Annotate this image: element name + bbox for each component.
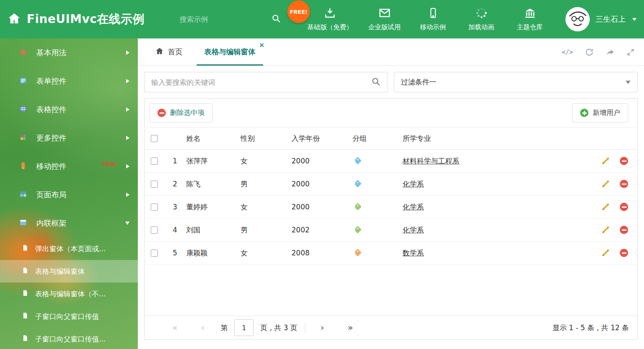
tab-home[interactable]: 首页	[145, 38, 193, 65]
source-code-icon[interactable]: </>	[562, 48, 573, 56]
brand[interactable]: FineUIMvc在线示例	[8, 0, 145, 38]
edit-icon[interactable]	[601, 226, 610, 234]
tab-toolbar: </>	[562, 38, 635, 66]
nav-item-enterprise-trial[interactable]: 企业版试用	[364, 0, 406, 38]
layout-icon	[19, 190, 27, 200]
search-icon[interactable]	[271, 13, 281, 25]
chevron-right-icon	[126, 51, 129, 55]
sidebar-item-form-controls[interactable]: 表单控件	[0, 67, 138, 95]
mobile-icon	[428, 7, 439, 19]
row-checkbox[interactable]	[151, 227, 158, 234]
submenu-item-label: 子窗口向父窗口传值	[35, 312, 99, 321]
nav-item-basic-edition[interactable]: 基础版（免费）	[303, 0, 357, 38]
search-icon[interactable]	[371, 76, 381, 88]
delete-row-icon[interactable]	[620, 249, 628, 257]
nav-item-label: 基础版（免费）	[307, 23, 353, 32]
major-link[interactable]: 数学系	[403, 249, 424, 257]
col-name: 姓名	[186, 134, 241, 143]
row-checkbox[interactable]	[151, 204, 158, 211]
blocks-icon	[19, 133, 27, 143]
cell-name: 康颖颖	[186, 248, 241, 258]
share-icon[interactable]	[606, 48, 615, 57]
cell-year: 2008	[292, 249, 352, 257]
nav-item-theme-repo[interactable]: 主题仓库	[509, 0, 551, 38]
sidebar-item-label: 移动控件	[36, 161, 99, 171]
col-year: 入学年份	[292, 134, 352, 143]
header-search	[180, 11, 265, 28]
nav-item-mobile-demo[interactable]: 移动示例	[412, 0, 454, 38]
cell-name: 董婷婷	[186, 202, 241, 212]
edit-icon[interactable]	[601, 249, 610, 257]
home-icon	[155, 47, 164, 57]
last-page-icon[interactable]: »	[336, 323, 365, 332]
sidebar-item-basic-usage[interactable]: 基本用法	[0, 38, 138, 67]
major-link[interactable]: 化学系	[403, 226, 424, 234]
sidebar-item-label: 更多控件	[36, 133, 117, 143]
corp-badge: Corp.	[102, 161, 117, 167]
user-menu[interactable]: 三生石上	[565, 0, 636, 38]
delete-selected-label: 删除选中项	[170, 108, 205, 117]
delete-row-icon[interactable]	[620, 180, 628, 188]
delete-row-icon[interactable]	[620, 157, 628, 165]
submenu-item-child-to-parent-2[interactable]: 子窗口向父窗口传值...	[0, 328, 138, 349]
nav-item-loading-animation[interactable]: 加载动画	[461, 0, 502, 38]
chevron-down-icon	[626, 81, 631, 84]
chevron-right-icon	[126, 107, 129, 112]
col-major: 所学专业	[403, 134, 587, 143]
delete-selected-button[interactable]: 删除选中项	[150, 103, 213, 122]
sidebar-item-page-layout[interactable]: 页面布局	[0, 181, 138, 209]
expand-icon[interactable]	[626, 48, 635, 56]
prev-page-icon[interactable]: ‹	[189, 323, 216, 332]
chevron-right-icon	[126, 136, 129, 140]
row-checkbox[interactable]	[151, 158, 158, 165]
submenu-item-grid-edit-window-2[interactable]: 表格与编辑窗体（不...	[0, 283, 138, 305]
filter-row: 过滤条件一	[144, 72, 638, 92]
page-suffix-label: 页 , 共 3 页	[256, 323, 302, 333]
page-number-input[interactable]	[234, 319, 254, 336]
major-link[interactable]: 化学系	[403, 180, 424, 188]
filter-dropdown[interactable]: 过滤条件一	[394, 72, 638, 92]
sidebar-item-label: 内联框架	[36, 218, 116, 228]
table-header-row: 姓名 性别 入学年份 分组 所学专业	[145, 127, 637, 150]
select-all-checkbox[interactable]	[151, 135, 158, 142]
major-link[interactable]: 化学系	[403, 203, 424, 211]
cell-year: 2000	[292, 180, 352, 188]
close-icon[interactable]: ×	[259, 42, 264, 48]
cell-year: 2000	[292, 157, 352, 165]
frame-icon	[19, 219, 27, 228]
edit-icon[interactable]	[601, 203, 610, 211]
submenu-item-popup-window[interactable]: 弹出窗体（本页面或...	[0, 237, 138, 260]
submenu-item-grid-edit-window[interactable]: 表格与编辑窗体	[0, 260, 138, 283]
cell-gender: 女	[241, 156, 292, 166]
col-gender: 性别	[241, 134, 292, 143]
delete-row-icon[interactable]	[620, 203, 628, 211]
sidebar-item-grid-controls[interactable]: 表格控件	[0, 95, 138, 124]
file-icon	[22, 245, 28, 253]
add-user-button[interactable]: 新增用户	[572, 103, 628, 122]
keyword-search-input[interactable]	[151, 78, 371, 87]
sidebar-item-mobile-controls[interactable]: 移动控件 Corp.	[0, 152, 138, 181]
tab-label: 首页	[168, 47, 183, 57]
delete-row-icon[interactable]	[620, 226, 628, 234]
row-checkbox[interactable]	[151, 250, 158, 257]
sidebar-item-more-controls[interactable]: 更多控件	[0, 124, 138, 152]
edit-icon[interactable]	[601, 180, 610, 188]
row-index: 5	[164, 249, 186, 257]
header-search-input[interactable]	[180, 15, 271, 23]
chevron-right-icon	[126, 79, 129, 83]
sidebar-item-inline-frame[interactable]: 内联框架	[0, 209, 138, 237]
submenu-item-child-to-parent[interactable]: 子窗口向父窗口传值	[0, 305, 138, 328]
submenu-item-label: 表格与编辑窗体（不...	[35, 289, 106, 299]
file-icon	[22, 267, 28, 275]
major-link[interactable]: 材料科学与工程系	[403, 157, 459, 165]
first-page-icon[interactable]: «	[160, 323, 189, 332]
row-checkbox[interactable]	[151, 181, 158, 188]
cell-year: 2000	[292, 203, 352, 211]
refresh-icon[interactable]	[585, 48, 594, 57]
tab-grid-edit-window[interactable]: 表格与编辑窗体 ×	[193, 38, 266, 65]
cell-name: 陈飞	[186, 179, 241, 189]
top-header: FineUIMvc在线示例 FREE! 基础版（免费）	[0, 0, 644, 38]
edit-icon[interactable]	[601, 157, 610, 165]
divider	[305, 322, 305, 333]
next-page-icon[interactable]: ›	[309, 323, 336, 332]
